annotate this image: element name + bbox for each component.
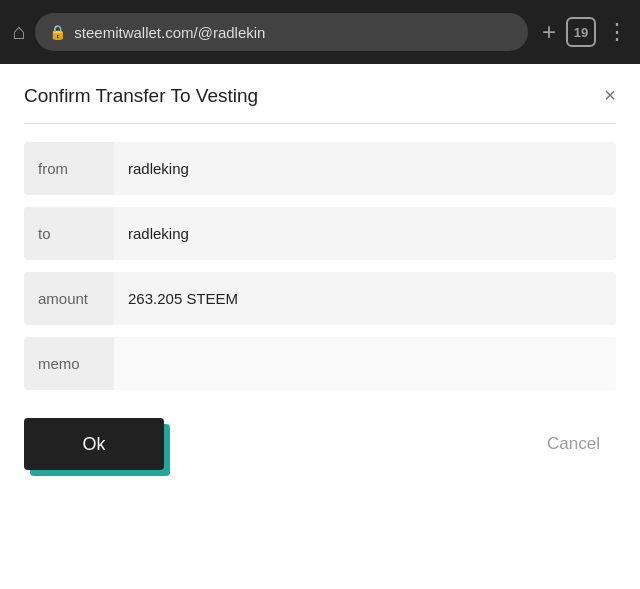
amount-value: 263.205 STEEM [114, 272, 616, 325]
modal-header: Confirm Transfer To Vesting × [24, 84, 616, 107]
lock-icon: 🔒 [49, 24, 66, 40]
to-label: to [24, 207, 114, 260]
browser-menu-icon[interactable]: ⋮ [606, 19, 628, 45]
button-row: Ok Cancel [24, 418, 616, 470]
from-value: radleking [114, 142, 616, 195]
cancel-button[interactable]: Cancel [531, 424, 616, 464]
tabs-count-badge[interactable]: 19 [566, 17, 596, 47]
modal-title: Confirm Transfer To Vesting [24, 85, 258, 107]
from-label: from [24, 142, 114, 195]
memo-label: memo [24, 337, 114, 390]
amount-label: amount [24, 272, 114, 325]
ok-button-wrapper: Ok [24, 418, 164, 470]
memo-row: memo [24, 337, 616, 390]
url-bar[interactable]: 🔒 steemitwallet.com/@radlekin [35, 13, 528, 51]
url-text: steemitwallet.com/@radlekin [74, 24, 514, 41]
to-row: to radleking [24, 207, 616, 260]
memo-value [114, 337, 616, 390]
close-icon[interactable]: × [604, 84, 616, 107]
ok-button[interactable]: Ok [24, 418, 164, 470]
from-row: from radleking [24, 142, 616, 195]
modal-divider [24, 123, 616, 124]
home-icon[interactable]: ⌂ [12, 19, 25, 45]
modal-container: Confirm Transfer To Vesting × from radle… [0, 64, 640, 494]
amount-row: amount 263.205 STEEM [24, 272, 616, 325]
browser-chrome: ⌂ 🔒 steemitwallet.com/@radlekin + 19 ⋮ [0, 0, 640, 64]
to-value: radleking [114, 207, 616, 260]
add-tab-icon[interactable]: + [542, 18, 556, 46]
